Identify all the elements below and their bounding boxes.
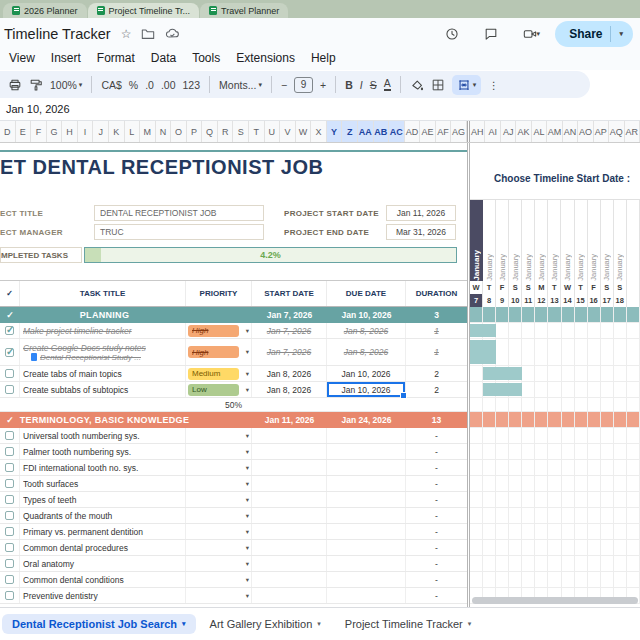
column-header-N[interactable]: N (156, 121, 172, 142)
increase-font-size-button[interactable]: + (320, 79, 326, 91)
column-header-K[interactable]: K (109, 121, 125, 142)
print-button[interactable] (8, 78, 22, 92)
column-header-AK[interactable]: AK (516, 121, 531, 142)
font-size-input[interactable]: 9 (294, 77, 313, 93)
column-header-AO[interactable]: AO (578, 121, 593, 142)
row-checkbox[interactable] (0, 366, 20, 381)
due-date-cell[interactable] (327, 460, 406, 475)
section-checkbox[interactable]: ✓ (0, 412, 20, 427)
timeline-row[interactable] (470, 366, 640, 382)
task-title-cell[interactable]: Quadrants of the mouth (20, 508, 186, 523)
priority-cell[interactable]: ▾ (186, 508, 252, 523)
task-title-cell[interactable]: Make project timeline tracker (20, 323, 186, 338)
project-manager-value[interactable]: TRUC (94, 224, 264, 240)
column-header-E[interactable]: E (16, 121, 32, 142)
timeline-row[interactable] (470, 476, 640, 492)
start-date-cell[interactable]: Jan 8, 2026 (252, 366, 327, 381)
column-header-O[interactable]: O (171, 121, 187, 142)
browser-tab-project-timeline[interactable]: Project Timeline Tr... (88, 3, 200, 18)
duration-cell[interactable]: 2 (406, 382, 467, 397)
dropdown-arrow-icon[interactable]: ▾ (246, 560, 249, 568)
sheet-tab-menu-icon[interactable]: ▾ (317, 620, 321, 628)
column-header-AN[interactable]: AN (563, 121, 578, 142)
start-date-cell[interactable] (252, 492, 327, 507)
column-header-H[interactable]: H (62, 121, 78, 142)
column-header-J[interactable]: J (93, 121, 109, 142)
column-header-L[interactable]: L (125, 121, 141, 142)
column-header-R[interactable]: R (218, 121, 234, 142)
column-header-AH[interactable]: AH (470, 121, 485, 142)
task-title-cell[interactable]: Types of teeth (20, 492, 186, 507)
duration-cell[interactable]: - (406, 460, 467, 475)
pane-divider[interactable] (467, 143, 470, 607)
text-color-button[interactable]: A (384, 78, 391, 92)
version-history-icon[interactable] (445, 27, 459, 41)
merge-cells-button[interactable]: ▾ (452, 75, 482, 95)
column-header-W[interactable]: W (296, 121, 312, 142)
start-date-cell[interactable] (252, 476, 327, 491)
sheet-tab-project-timeline[interactable]: Project Timeline Tracker ▾ (335, 614, 482, 634)
row-checkbox[interactable] (0, 540, 20, 555)
horizontal-scrollbar[interactable] (472, 597, 638, 604)
column-header-Q[interactable]: Q (202, 121, 218, 142)
font-select[interactable]: Monts... ▾ (219, 79, 262, 91)
menu-insert[interactable]: Insert (44, 49, 88, 67)
priority-cell[interactable]: High ▾ (186, 323, 252, 338)
start-date-cell[interactable] (252, 428, 327, 443)
priority-cell[interactable]: ▾ (186, 572, 252, 587)
column-header-AM[interactable]: AM (547, 121, 562, 142)
folder-icon[interactable] (141, 27, 155, 41)
decrease-decimal-button[interactable]: .0 (145, 79, 154, 91)
duration-cell[interactable]: - (406, 524, 467, 539)
column-header-T[interactable]: T (249, 121, 265, 142)
start-date-cell[interactable]: Jan 7, 2026 (252, 323, 327, 338)
share-button[interactable]: Share ▾ (555, 21, 633, 47)
column-header-Y[interactable]: Y (327, 121, 343, 142)
task-title-cell[interactable]: Tooth surfaces (20, 476, 186, 491)
start-date-cell[interactable] (252, 460, 327, 475)
column-header-AL[interactable]: AL (532, 121, 547, 142)
task-title-cell[interactable]: Primary vs. permanent dentition (20, 524, 186, 539)
dropdown-arrow-icon[interactable]: ▾ (246, 348, 249, 356)
timeline-row[interactable] (470, 412, 640, 428)
dropdown-arrow-icon[interactable]: ▾ (246, 496, 249, 504)
paint-format-button[interactable] (29, 78, 43, 92)
duration-cell[interactable]: - (406, 492, 467, 507)
column-header-AR[interactable]: AR (625, 121, 640, 142)
due-date-cell[interactable] (327, 524, 406, 539)
column-header-M[interactable]: M (140, 121, 156, 142)
column-header-Z[interactable]: Z (342, 121, 358, 142)
column-header-AA[interactable]: AA (358, 121, 374, 142)
column-header-G[interactable]: G (47, 121, 63, 142)
duration-cell[interactable]: - (406, 540, 467, 555)
zoom-select[interactable]: 100% ▾ (50, 79, 82, 91)
row-checkbox[interactable] (0, 588, 20, 603)
column-header-X[interactable]: X (311, 121, 327, 142)
duration-cell[interactable]: - (406, 572, 467, 587)
column-header-U[interactable]: U (265, 121, 281, 142)
dropdown-arrow-icon[interactable]: ▾ (246, 576, 249, 584)
dropdown-arrow-icon[interactable]: ▾ (537, 30, 541, 38)
row-checkbox[interactable] (0, 508, 20, 523)
column-header-P[interactable]: P (187, 121, 203, 142)
start-date-cell[interactable] (252, 444, 327, 459)
duration-cell[interactable]: - (406, 476, 467, 491)
due-date-cell[interactable] (327, 556, 406, 571)
timeline-row[interactable] (470, 428, 640, 444)
start-date-cell[interactable] (252, 540, 327, 555)
due-date-cell[interactable]: Jan 8, 2026 (327, 323, 406, 338)
borders-button[interactable] (431, 78, 445, 92)
task-title-cell[interactable]: FDI international tooth no. sys. (20, 460, 186, 475)
comments-icon[interactable] (484, 27, 498, 41)
priority-cell[interactable]: ▾ (186, 476, 252, 491)
priority-cell[interactable]: ▾ (186, 444, 252, 459)
task-title-cell[interactable]: Preventive dentistry (20, 588, 186, 603)
column-header-AJ[interactable]: AJ (501, 121, 516, 142)
row-checkbox[interactable] (0, 556, 20, 571)
duration-cell[interactable]: - (406, 428, 467, 443)
strikethrough-button[interactable]: S (370, 79, 377, 91)
due-date-cell[interactable] (327, 588, 406, 603)
menu-view[interactable]: View (2, 49, 42, 67)
timeline-row[interactable] (470, 460, 640, 476)
task-title-cell[interactable]: Create tabs of main topics (20, 366, 186, 381)
